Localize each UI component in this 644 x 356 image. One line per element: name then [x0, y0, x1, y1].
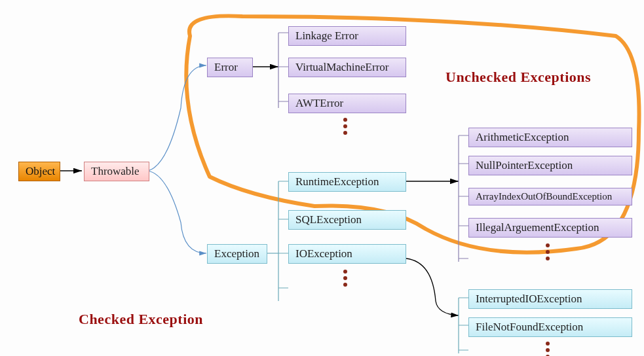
ellipsis-icon [343, 268, 347, 288]
node-exception-label: Exception [214, 247, 259, 260]
node-interrupted-io-exception: InterruptedIOException [468, 289, 632, 309]
node-file-not-found-exception-label: FileNotFoundException [476, 321, 583, 334]
node-file-not-found-exception: FileNotFoundException [468, 317, 632, 337]
node-error: Error [207, 58, 253, 77]
node-object-label: Object [26, 165, 55, 178]
node-illegal-argument-exception-label: IllegalArguementException [476, 221, 599, 234]
node-arithmetic-exception: ArithmeticException [468, 128, 632, 147]
node-throwable-label: Throwable [91, 165, 140, 178]
node-io-exception: IOException [288, 244, 406, 264]
node-throwable: Throwable [84, 162, 149, 181]
node-illegal-argument-exception: IllegalArguementException [468, 218, 632, 238]
node-linkage-error: Linkage Error [288, 26, 406, 46]
node-object: Object [18, 162, 60, 181]
node-error-label: Error [214, 61, 238, 74]
node-sql-exception: SQLException [288, 210, 406, 230]
node-runtime-exception-label: RuntimeException [295, 175, 379, 188]
node-null-pointer-exception-label: NullPointerException [476, 159, 573, 172]
ellipsis-icon [546, 242, 550, 262]
node-vm-error: VirtualMachineError [288, 58, 406, 77]
node-array-index-exception-label: ArrayIndexOutOfBoundException [476, 191, 612, 202]
label-unchecked-exceptions: Unchecked Exceptions [445, 69, 591, 86]
node-linkage-error-label: Linkage Error [295, 29, 358, 43]
node-interrupted-io-exception-label: InterruptedIOException [476, 293, 582, 306]
node-exception: Exception [207, 244, 267, 264]
node-array-index-exception: ArrayIndexOutOfBoundException [468, 188, 632, 205]
ellipsis-icon [546, 340, 550, 356]
node-null-pointer-exception: NullPointerException [468, 156, 632, 175]
node-arithmetic-exception-label: ArithmeticException [476, 131, 569, 144]
label-checked-exception: Checked Exception [79, 311, 203, 328]
node-io-exception-label: IOException [295, 247, 352, 260]
node-runtime-exception: RuntimeException [288, 172, 406, 192]
ellipsis-icon [343, 116, 347, 136]
node-awt-error: AWTError [288, 94, 406, 113]
node-sql-exception-label: SQLException [295, 213, 362, 226]
node-vm-error-label: VirtualMachineError [295, 61, 388, 74]
node-awt-error-label: AWTError [295, 97, 343, 110]
